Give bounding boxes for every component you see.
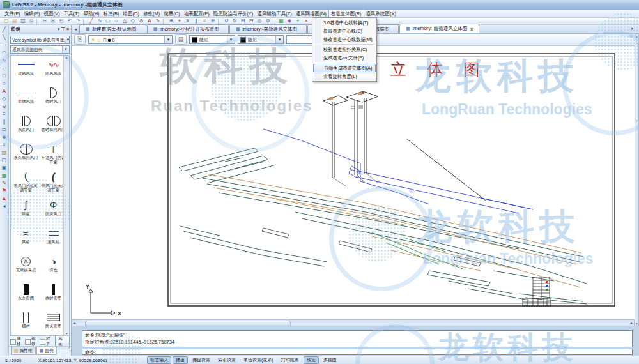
chevron-down-icon[interactable]: ▼	[62, 46, 69, 53]
scroll-right-icon[interactable]: ▸	[631, 321, 633, 325]
menu-item[interactable]: 编辑(E)	[22, 10, 42, 17]
checkbox[interactable]	[10, 339, 16, 345]
vertical-scrollbar[interactable]: ▴ ▾	[635, 34, 639, 326]
panel-menu-icon[interactable]: ▾	[58, 26, 60, 33]
toolbar-icon[interactable]: ✂	[41, 18, 49, 24]
menu-item[interactable]: 地表配置(E)	[182, 10, 212, 17]
toolbar-icon[interactable]: ⎙	[27, 18, 35, 24]
legend-symbol[interactable]: 永久双向风门	[12, 142, 40, 171]
draw-tool-icon[interactable]: ▭	[1, 126, 8, 133]
scrollbar-thumb[interactable]	[636, 43, 639, 121]
context-menu-item[interactable]: 修改巷道中心线数据(M)	[313, 35, 376, 43]
checkbox[interactable]	[25, 339, 31, 345]
horizontal-scrollbar[interactable]: ◂ ▸	[72, 319, 635, 326]
scrollbar-thumb[interactable]	[85, 321, 291, 326]
toolbar-icon[interactable]: ⎗	[58, 18, 65, 24]
chevron-down-icon[interactable]: ▼	[275, 36, 283, 43]
draw-tool-icon[interactable]: □	[1, 72, 8, 79]
document-tab[interactable]: ▦ :memory:-小纪汗开拓布置图	[147, 24, 229, 33]
draw-tool-icon[interactable]: ✎	[1, 179, 8, 186]
document-tab[interactable]: ▦ 新建数据库-默认地图	[79, 24, 146, 33]
draw-tool-icon[interactable]: ◇	[1, 95, 8, 102]
tab-close-icon[interactable]: x	[470, 27, 473, 31]
menu-item[interactable]: 文件(F)	[3, 10, 22, 17]
legend-symbol[interactable]: 瓦斯抽采点	[12, 255, 40, 283]
draw-tool-icon[interactable]: ⊙	[1, 103, 8, 110]
toolbar-icon[interactable]: ⎘	[49, 18, 57, 24]
chevron-down-icon[interactable]: ▼	[164, 36, 172, 43]
context-menu-item[interactable]: 自动生成巷道立体图(A)	[313, 64, 376, 72]
document-tab[interactable]: ▦ :memory:-能德通风立体图 x	[399, 24, 479, 33]
draw-tool-icon[interactable]: ⌐	[1, 64, 8, 72]
draw-tool-icon[interactable]: ⚑	[1, 187, 8, 194]
checkbox[interactable]	[40, 339, 45, 345]
context-menu-item[interactable]: 提取巷道中心线(E)	[313, 27, 376, 35]
menu-item[interactable]: 帮助(H)	[81, 10, 101, 17]
tab-scroll-right-icon[interactable]: ▸	[629, 25, 636, 33]
status-toggle-button[interactable]: 索引设置	[215, 356, 239, 364]
toolbar-icon[interactable]: ▢	[3, 18, 10, 24]
status-toggle-button[interactable]: 打印距离	[278, 356, 302, 364]
scroll-up-icon[interactable]: ▲	[65, 56, 68, 59]
scroll-down-icon[interactable]: ▼	[65, 331, 68, 335]
menu-item[interactable]: 储量(C)	[162, 10, 181, 17]
draw-tool-icon[interactable]: ╲	[1, 34, 8, 41]
toolbar-icon[interactable]: ↶	[66, 18, 73, 24]
context-menu-item[interactable]: 校验巷道拓扑关系(C)	[313, 45, 376, 54]
legend-symbol[interactable]: 串联风流	[12, 86, 40, 114]
draw-tool-icon[interactable]: ▲	[1, 195, 8, 202]
draw-tool-icon[interactable]: ∿	[1, 57, 8, 64]
draw-tool-icon[interactable]: ◈	[1, 133, 8, 140]
draw-tool-icon[interactable]: ∥	[1, 118, 8, 125]
panel-tab[interactable]: ▦ 图例	[36, 347, 57, 355]
menu-item[interactable]: 隐患防治与评价(Y)	[212, 10, 256, 17]
draw-tool-icon[interactable]: ○	[1, 80, 8, 87]
draw-tool-icon[interactable]: ◂	[1, 202, 8, 209]
symbol-library-combo[interactable]: Vent symbol lib 通风符号库 ▼	[10, 36, 70, 44]
draw-tool-icon[interactable]: ▤	[1, 149, 8, 156]
toolbar-icon[interactable]: ▤	[11, 18, 19, 24]
close-icon[interactable]: ×	[66, 26, 69, 33]
document-tab[interactable]: ▦ :memory:-益新通风立体图	[229, 24, 307, 33]
status-toggle-button[interactable]: 多视图	[320, 356, 340, 364]
legend-symbol[interactable]: 永久风门	[12, 114, 40, 142]
draw-tool-icon[interactable]: ◫	[1, 156, 8, 163]
fill-color-combo[interactable]: 随层 ▼	[238, 35, 284, 44]
menu-item[interactable]: 通风辅助工具(Z)	[255, 10, 294, 17]
scroll-up-icon[interactable]: ▴	[636, 34, 638, 38]
pin-icon[interactable]: ⊤	[61, 26, 65, 33]
legend-symbol[interactable]: 带风门的临时调节窗	[12, 171, 40, 199]
color-combo[interactable]: 随层 ▼	[189, 35, 235, 44]
panel-tab[interactable]: ▧ 属性框	[11, 347, 36, 355]
legend-symbol[interactable]: 栅栏	[12, 311, 40, 336]
draw-tool-icon[interactable]: ▦	[1, 172, 8, 179]
menu-item[interactable]: 绘图(D)	[121, 10, 141, 17]
menu-item[interactable]: 通风网络图(N)	[294, 10, 328, 17]
status-toggle-button[interactable]: 线宽	[304, 356, 319, 364]
draw-tool-icon[interactable]: ≡	[1, 110, 8, 118]
draw-tool-icon[interactable]: ◠	[1, 49, 8, 56]
legend-symbol[interactable]: 风窗	[12, 199, 40, 227]
title-bar[interactable]: LrGIS3.2 - Memory - :memory:-能德通风立体图	[0, 0, 639, 10]
make-layer-current-button[interactable]: ▤	[175, 34, 187, 45]
panel-header[interactable]: 图例 ▾ ⊤ ×	[9, 25, 71, 34]
toolbar-icon[interactable]	[36, 19, 40, 24]
command-history[interactable]: 命令:拖拽:"无偏移" 指定对角点:92510.191445,-91625.75…	[82, 330, 633, 347]
legend-type-combo[interactable]: 通风系统图图例 ▼	[10, 45, 70, 54]
draw-tool-icon[interactable]: ▣	[1, 164, 8, 171]
draw-tool-icon[interactable]: ⌗	[1, 141, 8, 148]
scroll-left-icon[interactable]: ◂	[73, 321, 75, 325]
layer-properties-button[interactable]: ⎘	[74, 34, 86, 45]
menu-item[interactable]: 标注(B)	[102, 10, 121, 17]
status-toggle-button[interactable]: 捕捉设置	[189, 356, 213, 364]
menu-item[interactable]: 通风系统图(X)	[364, 10, 399, 17]
legend-symbol[interactable]: 风桥	[12, 227, 40, 255]
context-menu-item[interactable]: 生成巷道arc文件(F)	[313, 54, 376, 62]
status-toggle-button[interactable]: 捕捉	[173, 356, 188, 364]
draw-tool-icon[interactable]: ─	[1, 42, 8, 49]
menu-item[interactable]: 工具(T)	[62, 10, 82, 17]
legend-symbol[interactable]: 进风风流	[12, 58, 40, 86]
tab-scroll-left-icon[interactable]: ◂	[72, 26, 79, 33]
context-menu-item[interactable]: 查看旋转角度(L)	[313, 72, 376, 80]
draw-tool-icon[interactable]: A	[1, 87, 8, 95]
